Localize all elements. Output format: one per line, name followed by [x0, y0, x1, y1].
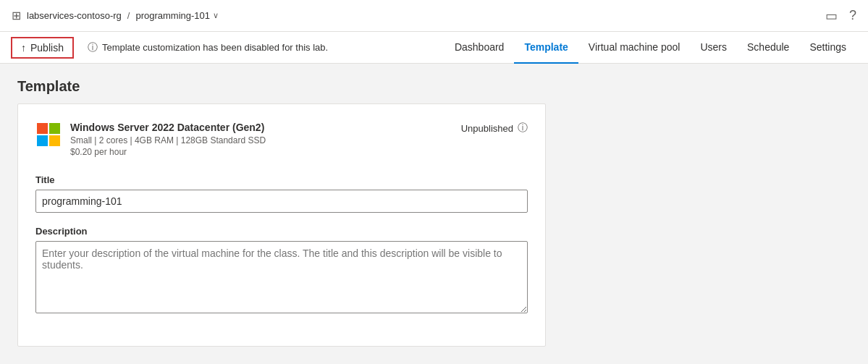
windows-logo-icon — [35, 122, 62, 148]
tab-settings[interactable]: Settings — [799, 32, 856, 64]
svg-rect-0 — [37, 123, 48, 134]
resource-group-link[interactable]: labservices-contoso-rg — [27, 10, 122, 21]
lab-name[interactable]: programming-101 — [135, 10, 210, 21]
page-title: Template — [17, 78, 851, 95]
main-content: Windows Server 2022 Datacenter (Gen2) Sm… — [0, 103, 868, 364]
monitor-icon[interactable]: ▭ — [825, 8, 838, 24]
tab-users[interactable]: Users — [690, 32, 737, 64]
vm-name: Windows Server 2022 Datacenter (Gen2) — [70, 122, 461, 133]
breadcrumb: ⊞ labservices-contoso-rg / programming-1… — [12, 9, 219, 22]
breadcrumb-current: programming-101 ∨ — [135, 10, 219, 21]
publish-button[interactable]: ↑ Publish — [12, 38, 73, 58]
tab-vm-pool[interactable]: Virtual machine pool — [578, 32, 691, 64]
status-info-icon[interactable]: ⓘ — [518, 122, 528, 135]
info-message: ⓘ Template customization has been disabl… — [88, 41, 328, 54]
info-message-text: Template customization has been disabled… — [102, 42, 328, 53]
vm-specs: Small | 2 cores | 4GB RAM | 128GB Standa… — [70, 135, 461, 145]
title-input[interactable] — [35, 190, 528, 213]
upload-icon: ↑ — [21, 42, 26, 54]
vm-status: Unpublished ⓘ — [461, 122, 528, 135]
tab-dashboard[interactable]: Dashboard — [444, 32, 515, 64]
tab-template[interactable]: Template — [514, 32, 578, 64]
top-bar-right: ▭ ? — [825, 8, 856, 24]
vm-price: $0.20 per hour — [70, 147, 461, 157]
description-input[interactable] — [35, 241, 528, 313]
status-badge: Unpublished — [461, 123, 513, 134]
breadcrumb-separator: / — [127, 10, 130, 21]
publish-label: Publish — [30, 42, 64, 54]
tab-schedule[interactable]: Schedule — [737, 32, 799, 64]
vm-details: Windows Server 2022 Datacenter (Gen2) Sm… — [70, 122, 461, 157]
description-label: Description — [35, 226, 528, 237]
title-label: Title — [35, 174, 528, 185]
chevron-down-icon[interactable]: ∨ — [213, 11, 219, 20]
svg-rect-2 — [37, 135, 48, 146]
network-icon: ⊞ — [12, 9, 21, 22]
page-title-area: Template — [0, 64, 868, 103]
nav-tabs: Dashboard Template Virtual machine pool … — [444, 32, 856, 63]
template-card: Windows Server 2022 Datacenter (Gen2) Sm… — [17, 103, 546, 347]
top-bar: ⊞ labservices-contoso-rg / programming-1… — [0, 0, 868, 32]
help-icon[interactable]: ? — [849, 8, 856, 23]
info-icon: ⓘ — [88, 41, 98, 54]
description-field-group: Description — [35, 226, 528, 316]
title-field-group: Title — [35, 174, 528, 213]
svg-rect-3 — [49, 135, 60, 146]
svg-rect-1 — [49, 123, 60, 134]
command-bar: ↑ Publish ⓘ Template customization has b… — [0, 32, 868, 64]
vm-info-row: Windows Server 2022 Datacenter (Gen2) Sm… — [35, 122, 528, 157]
